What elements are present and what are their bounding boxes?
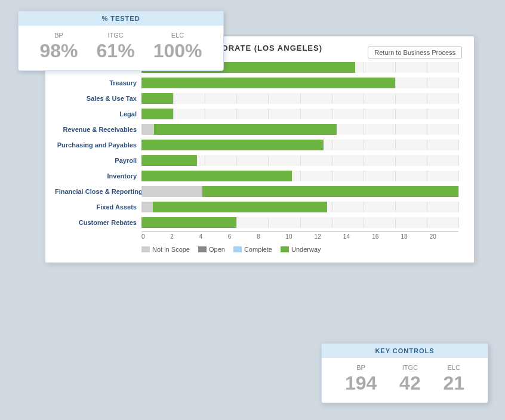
tested-card: % TESTED BP 98% ITGC 61% ELC 100% [18,11,224,71]
bar-track [141,140,458,150]
legend-color-box [141,246,150,252]
tested-elc-label: ELC [153,32,202,39]
bar-segment [141,109,173,119]
x-tick: 10 [285,232,314,240]
bar-segment [141,93,173,104]
kc-elc-label: ELC [443,364,464,371]
x-axis: 02468101214161820 [141,231,458,240]
bar-track [141,202,458,212]
bar-segment [141,155,197,166]
bar-track [141,78,458,88]
x-tick: 18 [401,232,429,240]
legend-item: Not in Scope [141,246,190,253]
bar-segment [141,124,154,135]
bar-track [141,109,458,119]
legend-label: Complete [244,246,272,253]
bar-label: Financial Close & Reporting [55,188,141,195]
bar-segment [141,186,202,197]
kc-bp-value: 194 [345,372,377,394]
bar-label: Sales & Use Tax [55,95,141,102]
tested-itgc-metric: ITGC 61% [97,32,135,62]
tested-bp-metric: BP 98% [40,32,78,62]
bar-label: Purchasing and Payables [55,141,141,149]
bar-label: Fixed Assets [55,203,141,211]
bar-segment [153,202,327,212]
bar-row: Financial Close & Reporting [141,185,458,198]
tested-bp-value: 98% [40,40,78,62]
bar-row: Fixed Assets [141,200,458,214]
bar-label: Treasury [55,79,141,87]
legend-color-box [198,246,207,252]
kc-elc-value: 21 [443,372,464,394]
bar-row: Sales & Use Tax [141,92,458,105]
legend-label: Not in Scope [152,246,190,253]
kc-itgc-metric: ITGC 42 [399,364,421,394]
legend-color-box [233,246,242,252]
chart-area: Income TaxTreasurySales & Use TaxLegalRe… [141,61,458,240]
kc-itgc-label: ITGC [399,364,421,371]
keycontrols-card: KEY CONTROLS BP 194 ITGC 42 ELC 21 [321,343,488,403]
bar-segment [141,171,292,181]
kc-bp-label: BP [345,364,377,371]
x-tick: 2 [170,232,199,240]
bar-track [141,155,458,166]
bar-row: Payroll [141,154,458,167]
kc-bp-metric: BP 194 [345,364,377,394]
legend-label: Underway [291,246,321,253]
keycontrols-card-header: KEY CONTROLS [322,344,488,358]
bar-label: Customer Rebates [55,219,141,226]
bar-row: Revenue & Receivables [141,123,458,136]
bar-row: Purchasing and Payables [141,138,458,152]
x-tick: 16 [372,232,401,240]
legend-item: Underway [281,246,321,253]
chart-legend: Not in ScopeOpenCompleteUnderway [141,246,464,253]
bar-track [141,171,458,181]
kc-itgc-value: 42 [399,372,421,394]
bar-track [141,186,458,197]
return-to-bp-button[interactable]: Return to Business Process [368,47,462,58]
bar-segment [141,78,395,88]
x-tick: 20 [430,232,458,240]
bar-segment [141,202,153,212]
tested-itgc-value: 61% [97,40,135,62]
x-tick: 4 [199,232,228,240]
x-tick: 12 [315,232,343,240]
legend-item: Complete [233,246,272,253]
tested-card-header: % TESTED [19,11,223,26]
x-tick: 14 [343,232,372,240]
bar-label: Payroll [55,157,141,164]
chart-grid: Income TaxTreasurySales & Use TaxLegalRe… [141,61,458,229]
keycontrols-card-body: BP 194 ITGC 42 ELC 21 [322,358,488,403]
bar-track [141,124,458,135]
bar-row: Customer Rebates [141,216,458,229]
legend-color-box [281,246,289,252]
bar-track [141,93,458,104]
tested-bp-label: BP [40,32,78,39]
bar-segment [141,217,236,228]
tested-card-body: BP 98% ITGC 61% ELC 100% [19,26,223,70]
bar-row: Treasury [141,76,458,89]
bar-row: Legal [141,107,458,121]
bar-row: Inventory [141,169,458,183]
bar-label: Inventory [55,172,141,180]
tested-itgc-label: ITGC [97,32,135,39]
bar-segment [202,186,458,197]
x-tick: 6 [228,232,257,240]
bar-label: Legal [55,110,141,118]
x-tick: 0 [141,232,170,240]
bar-label: Revenue & Receivables [55,126,141,133]
x-tick: 8 [257,232,285,240]
tested-elc-value: 100% [153,40,202,62]
legend-label: Open [209,246,225,253]
bar-segment [141,140,324,150]
bar-segment [154,124,336,135]
kc-elc-metric: ELC 21 [443,364,464,394]
bar-track [141,217,458,228]
tested-elc-metric: ELC 100% [153,32,202,62]
legend-item: Open [198,246,225,253]
